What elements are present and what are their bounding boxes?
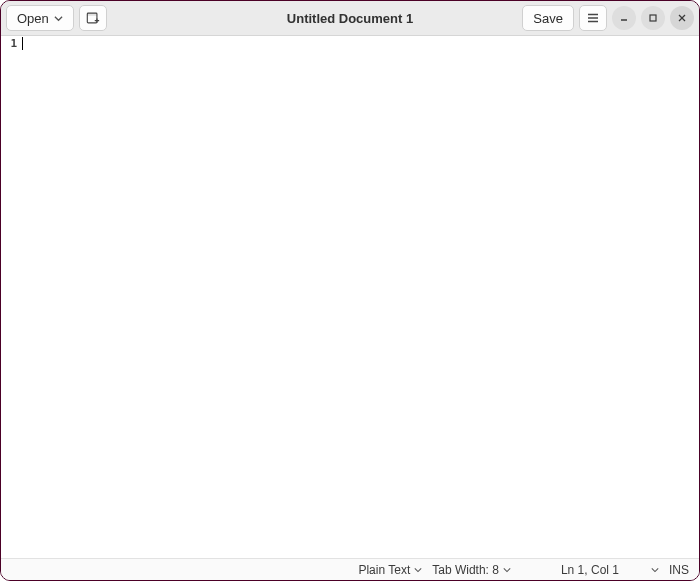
- svg-rect-8: [650, 15, 656, 21]
- open-button[interactable]: Open: [6, 5, 74, 31]
- chevron-down-icon: [54, 14, 63, 23]
- new-tab-icon: [86, 11, 100, 25]
- chevron-down-icon: [503, 566, 511, 574]
- chevron-down-icon: [651, 566, 659, 574]
- header-right-cluster: Save: [522, 5, 694, 31]
- text-editor[interactable]: [21, 36, 699, 558]
- maximize-icon: [648, 13, 658, 23]
- header-left-cluster: Open: [6, 5, 107, 31]
- new-tab-button[interactable]: [79, 5, 107, 31]
- save-button[interactable]: Save: [522, 5, 574, 31]
- insert-mode-indicator[interactable]: INS: [669, 563, 689, 577]
- language-selector[interactable]: Plain Text: [358, 563, 422, 577]
- line-number: 1: [1, 36, 21, 51]
- close-icon: [677, 13, 687, 23]
- cursor-position-selector[interactable]: Ln 1, Col 1: [561, 563, 659, 577]
- window-close-button[interactable]: [670, 6, 694, 30]
- status-bar: Plain Text Tab Width: 8 Ln 1, Col 1 INS: [1, 558, 699, 580]
- window-minimize-button[interactable]: [612, 6, 636, 30]
- window: Untitled Document 1 Open: [0, 0, 700, 581]
- cursor-position-label: Ln 1, Col 1: [561, 563, 619, 577]
- language-label: Plain Text: [358, 563, 410, 577]
- window-maximize-button[interactable]: [641, 6, 665, 30]
- tab-width-label: Tab Width: 8: [432, 563, 499, 577]
- open-button-label: Open: [17, 11, 49, 26]
- hamburger-icon: [586, 11, 600, 25]
- tab-width-selector[interactable]: Tab Width: 8: [432, 563, 511, 577]
- minimize-icon: [619, 13, 629, 23]
- insert-mode-label: INS: [669, 563, 689, 577]
- save-button-label: Save: [533, 11, 563, 26]
- line-number-gutter: 1: [1, 36, 21, 558]
- header-bar: Untitled Document 1 Open: [1, 1, 699, 36]
- chevron-down-icon: [414, 566, 422, 574]
- text-caret: [22, 37, 23, 50]
- editor-area: 1: [1, 36, 699, 558]
- hamburger-menu-button[interactable]: [579, 5, 607, 31]
- svg-rect-1: [87, 13, 97, 16]
